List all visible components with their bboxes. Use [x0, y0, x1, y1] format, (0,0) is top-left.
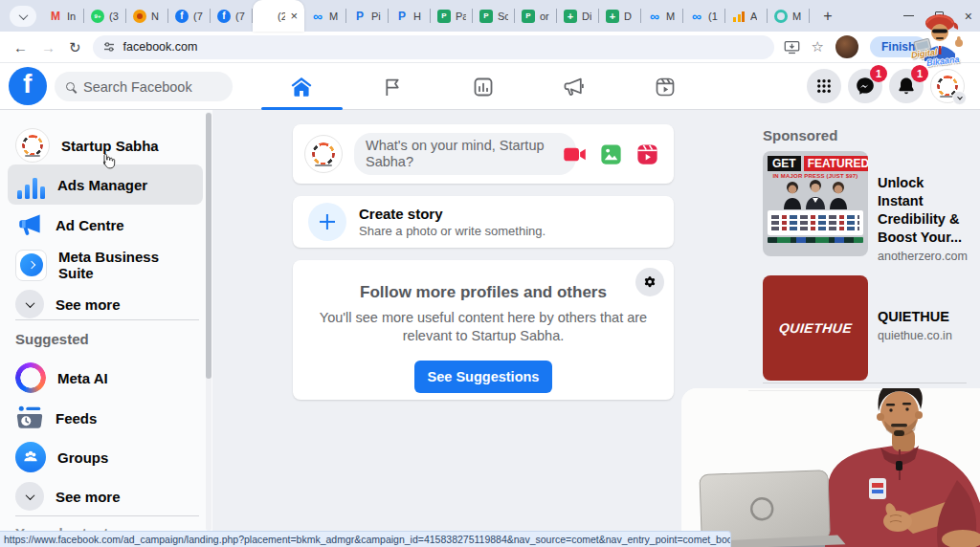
tab-favicon — [133, 10, 146, 23]
browser-tab[interactable]: Pi — [346, 0, 389, 32]
search-placeholder: Search Facebook — [83, 79, 192, 95]
sponsored-ad[interactable]: GET FEATURED IN MAJOR PRESS (JUST $97) U… — [763, 151, 969, 263]
bookmark-star-icon[interactable]: ☆ — [812, 38, 824, 55]
ad-image-text: GET — [768, 156, 801, 171]
browser-tab[interactable]: Pa — [431, 0, 473, 32]
browser-tab[interactable]: M — [304, 0, 346, 32]
browser-tab-bar: In (3 N (7 (7 (2 × M Pi H — [0, 0, 980, 32]
preferences-button[interactable] — [635, 268, 664, 296]
composer-actions — [562, 142, 660, 167]
sidebar-item-meta-business-suite[interactable]: Meta Business Suite — [8, 245, 203, 285]
browser-tab[interactable]: M — [641, 0, 683, 32]
live-video-icon[interactable] — [562, 142, 588, 167]
preferences-icon — [641, 274, 658, 291]
install-icon[interactable] — [784, 40, 800, 55]
new-tab-button[interactable]: + — [815, 4, 840, 29]
site-settings-icon[interactable] — [102, 40, 116, 54]
search-icon — [66, 82, 75, 91]
browser-tab[interactable]: M — [768, 0, 810, 32]
browser-tab[interactable]: (2 × — [253, 0, 304, 32]
browser-tab[interactable]: (3 — [84, 0, 126, 32]
profile-menu-button[interactable] — [930, 69, 965, 103]
facebook-logo[interactable] — [9, 67, 47, 105]
forward-button[interactable]: → — [41, 40, 56, 55]
facebook-search[interactable]: Search Facebook — [55, 72, 233, 101]
browser-toolbar: ← → ↻ facebook.com ☆ Finish — [0, 32, 980, 63]
chevron-down-icon — [18, 11, 28, 20]
tab-label: N — [151, 11, 159, 22]
see-suggestions-button[interactable]: See Suggestions — [414, 361, 553, 393]
ad-title: Unlock Instant Credibility & Boost Your.… — [878, 174, 969, 247]
url-text: facebook.com — [123, 40, 198, 54]
browser-tab[interactable]: (7 — [168, 0, 211, 32]
browser-tab[interactable]: D — [599, 0, 641, 32]
sidebar-item-label: See more — [56, 296, 121, 313]
browser-tab[interactable]: (7 — [211, 0, 253, 32]
sidebar-item-see-more[interactable]: See more — [8, 284, 203, 324]
sidebar-item-label: Groups — [57, 449, 108, 466]
tab-label: M — [666, 11, 675, 22]
grid-icon — [815, 77, 833, 95]
tab-home[interactable] — [256, 63, 347, 110]
tab-close-icon[interactable]: × — [290, 10, 298, 22]
sidebar-item-see-more-2[interactable]: See more — [8, 476, 203, 516]
create-story-card[interactable]: Create story Share a photo or write some… — [293, 196, 674, 248]
flag-icon — [381, 76, 404, 98]
suggested-heading: Suggested — [15, 331, 89, 347]
messenger-button[interactable]: 1 — [848, 69, 882, 103]
back-button[interactable]: ← — [13, 40, 28, 55]
create-story-subtitle: Share a photo or write something. — [359, 224, 546, 238]
sidebar-item-groups[interactable]: Groups — [8, 437, 203, 477]
browser-tab[interactable]: Di — [557, 0, 599, 32]
browser-tab[interactable]: A — [725, 0, 768, 32]
ad-image-text: FEATURED — [804, 156, 868, 171]
ads-manager-icon — [15, 170, 46, 199]
ad-image[interactable]: QUIETHUE — [763, 275, 868, 381]
browser-tab[interactable]: N — [126, 0, 168, 32]
tab-favicon — [217, 10, 231, 23]
sidebar-item-meta-ai[interactable]: Meta AI — [8, 358, 203, 398]
ad-image[interactable]: GET FEATURED IN MAJOR PRESS (JUST $97) — [763, 151, 868, 256]
presenter-illustration — [681, 388, 980, 547]
facebook-header-right: 1 1 — [807, 69, 965, 103]
address-bar[interactable]: facebook.com — [93, 35, 774, 59]
status-url: https://www.facebook.com/ad_campaign/lan… — [0, 532, 730, 547]
browser-tab[interactable]: H — [389, 0, 431, 32]
tab-reels[interactable] — [619, 63, 710, 110]
groups-icon — [15, 442, 46, 472]
chart-square-icon — [472, 76, 495, 98]
browser-tab[interactable]: In — [42, 0, 84, 32]
notifications-badge: 1 — [911, 65, 928, 82]
tab-favicon — [91, 10, 104, 23]
sponsored-ad[interactable]: QUIETHUE QUIETHUE quiethue.co.in — [763, 275, 969, 381]
photo-video-icon[interactable] — [598, 142, 624, 167]
follow-card-title: Follow more profiles and others — [293, 283, 674, 302]
refresh-button[interactable]: ↻ — [69, 40, 81, 55]
tab-insights[interactable] — [438, 63, 529, 110]
tab-search-button[interactable] — [10, 6, 36, 27]
facebook-nav-tabs — [256, 63, 710, 110]
sidebar-item-ad-centre[interactable]: Ad Centre — [8, 205, 203, 245]
status-input[interactable]: What's on your mind, Startup Sabha? — [354, 133, 576, 175]
sponsored-heading: Sponsored — [763, 127, 837, 143]
tab-ad-centre[interactable] — [528, 63, 619, 110]
sidebar-item-feeds[interactable]: Feeds — [8, 398, 203, 438]
apps-menu-button[interactable] — [807, 69, 841, 103]
tab-favicon — [479, 10, 493, 23]
home-icon — [289, 75, 314, 99]
browser-tab[interactable]: or — [515, 0, 557, 32]
sidebar-scrollbar-thumb[interactable] — [206, 113, 212, 379]
notifications-button[interactable]: 1 — [889, 69, 924, 103]
browser-tab[interactable]: (1 — [683, 0, 725, 32]
tab-pages[interactable] — [347, 63, 438, 110]
facebook-header: Search Facebook 1 — [0, 63, 980, 110]
mouse-cursor — [100, 151, 116, 169]
tab-label: A — [750, 11, 757, 22]
browser-tab[interactable]: Sc — [473, 0, 515, 32]
browser-profile-avatar[interactable] — [835, 35, 858, 58]
sidebar-item-ads-manager[interactable]: Ads Manager — [8, 164, 203, 205]
meta-business-suite-icon — [15, 250, 47, 281]
tab-favicon — [564, 10, 577, 23]
composer-avatar[interactable] — [304, 135, 343, 173]
reel-icon[interactable] — [635, 142, 660, 167]
